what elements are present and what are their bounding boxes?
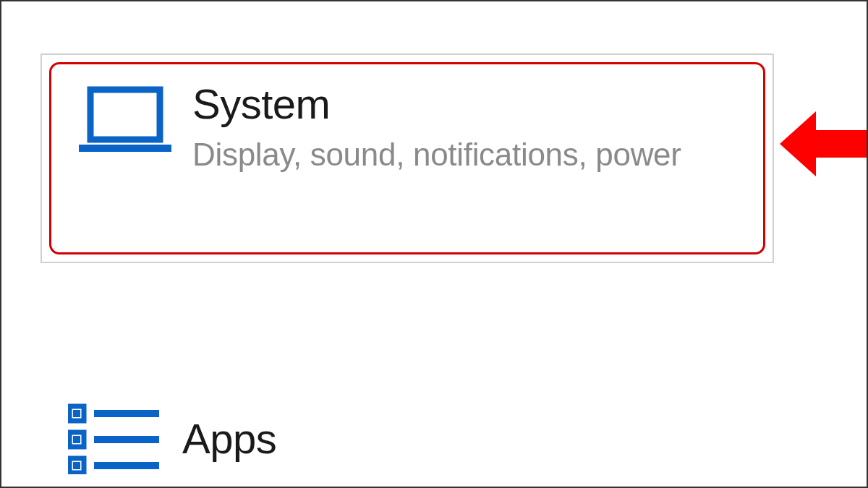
svg-rect-1 bbox=[79, 145, 171, 152]
apps-settings-tile[interactable]: Apps bbox=[52, 403, 775, 474]
apps-tile-title: Apps bbox=[175, 418, 276, 460]
settings-tile-frame: System Display, sound, notifications, po… bbox=[41, 53, 774, 263]
svg-rect-0 bbox=[90, 90, 160, 140]
svg-rect-7 bbox=[73, 436, 80, 443]
svg-marker-2 bbox=[780, 111, 868, 176]
system-settings-tile[interactable]: System Display, sound, notifications, po… bbox=[42, 55, 773, 262]
svg-rect-8 bbox=[94, 436, 159, 443]
svg-rect-10 bbox=[73, 462, 80, 469]
system-tile-title: System bbox=[192, 81, 681, 127]
system-tile-subtitle: Display, sound, notifications, power bbox=[192, 134, 681, 174]
annotation-arrow-icon bbox=[780, 108, 868, 179]
svg-rect-4 bbox=[73, 410, 80, 417]
svg-rect-5 bbox=[94, 410, 159, 417]
laptop-icon bbox=[76, 85, 174, 158]
svg-rect-11 bbox=[94, 462, 159, 469]
list-icon bbox=[68, 403, 159, 474]
